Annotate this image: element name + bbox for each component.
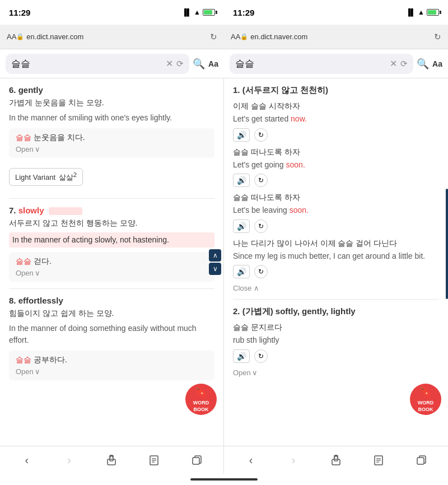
battery-icon-right <box>427 9 439 16</box>
reload-icon-right[interactable]: ↻ <box>434 32 441 42</box>
refresh-button-1-2[interactable]: ↻ <box>254 174 268 187</box>
right-panel: 1. (서두르지 않고 천천히) 이제 슬슬 시작하자 Let's get st… <box>224 78 448 446</box>
audio-button-2-1[interactable]: 🔊 <box>233 349 250 363</box>
wordbook-button-right[interactable]: 🔖 WORDBOOK <box>410 384 441 415</box>
search-bar-right: 슬슬 ✕ ⟳ 🔍 Aa <box>224 49 448 78</box>
search-button-right[interactable]: 🔍 <box>417 58 429 70</box>
svg-rect-13 <box>417 458 424 464</box>
light-variant-badge[interactable]: Light Variant 살살2 <box>9 168 83 186</box>
aa-search-right[interactable]: Aa <box>432 59 442 68</box>
audio-button-1-1[interactable]: 🔊 <box>233 128 250 142</box>
status-icons-left: ▐▌ ▲ <box>182 8 215 16</box>
sentence-1-4: 나는 다리가 많이 나아서 이제 슬슬 걸어 다닌다 Since my leg … <box>233 239 439 279</box>
meaning-2: 2. (가볍게) softly, gently, lightly 슬슬 문지르다… <box>233 306 439 377</box>
s1-1-audio: 🔊 ↻ <box>233 128 439 142</box>
status-icons-right: ▐▌ ▲ <box>406 8 439 16</box>
bookmarks-button-left[interactable] <box>142 448 166 473</box>
entry-8: 8. effortlessly 힘들이지 않고 쉽게 하는 모양. In the… <box>9 296 214 380</box>
scroll-arrows-left: ∧ ∨ <box>209 249 221 275</box>
light-variant-word: 살살2 <box>59 171 77 183</box>
refresh-button-2-1[interactable]: ↻ <box>254 349 268 363</box>
forward-button-right[interactable]: › <box>281 448 306 473</box>
refresh-button-1-3[interactable]: ↻ <box>254 220 268 233</box>
share-button-right[interactable] <box>324 448 348 473</box>
search-input-right[interactable]: 슬슬 ✕ ⟳ <box>230 54 413 74</box>
audio-button-1-2[interactable]: 🔊 <box>233 174 250 187</box>
link-icon-left[interactable]: ⟳ <box>176 59 184 69</box>
aa-search-left[interactable]: Aa <box>208 59 218 68</box>
divider-1-2-right <box>233 299 439 300</box>
wifi-icon: ▲ <box>194 8 200 16</box>
share-button-left[interactable] <box>99 448 124 473</box>
audio-button-1-4[interactable]: 🔊 <box>233 265 250 278</box>
s1-3-audio: 🔊 ↻ <box>233 220 439 233</box>
status-bar: 11:29 ▐▌ ▲ 11:29 ▐▌ ▲ <box>0 0 448 25</box>
search-input-left[interactable]: 슬슬 ✕ ⟳ <box>6 54 189 74</box>
back-button-right[interactable]: ‹ <box>239 448 263 473</box>
forward-button-left[interactable]: › <box>57 448 82 473</box>
link-icon-right[interactable]: ⟳ <box>400 59 408 69</box>
signal-icon: ▐▌ <box>182 8 192 16</box>
entry-7-open[interactable]: Open ∨ <box>16 269 208 277</box>
status-bar-left: 11:29 ▐▌ ▲ <box>0 0 224 25</box>
close-link-1[interactable]: Close ∧ <box>233 284 439 292</box>
right-content: 1. (서두르지 않고 천천히) 이제 슬슬 시작하자 Let's get st… <box>224 78 448 384</box>
refresh-button-1-1[interactable]: ↻ <box>254 128 268 142</box>
meaning-2-header: 2. (가볍게) softly, gently, lightly <box>233 306 439 317</box>
refresh-button-1-4[interactable]: ↻ <box>254 265 268 278</box>
search-query-left: 슬슬 <box>11 57 162 70</box>
time-left: 11:29 <box>9 8 30 17</box>
entry-7: 7. slowly 서두르지 않고 천천히 행동하는 모양. In the ma… <box>9 206 214 282</box>
divider-6-7 <box>9 198 214 199</box>
s1-4-korean: 나는 다리가 많이 나아서 이제 슬슬 걸어 다닌다 <box>233 239 439 249</box>
meaning-1: 1. (서두르지 않고 천천히) 이제 슬슬 시작하자 Let's get st… <box>233 85 439 292</box>
entry-8-number: 8. effortlessly <box>9 296 214 305</box>
bookmarks-button-right[interactable] <box>366 448 391 473</box>
sentence-1-2: 슬슬 떠나도록 하자 Let's get going soon. 🔊 ↻ <box>233 147 439 188</box>
s2-1-english: rub sth lightly <box>233 335 439 346</box>
audio-button-1-3[interactable]: 🔊 <box>233 220 250 233</box>
url-bar-right[interactable]: 🔒 en.dict.naver.com <box>240 32 307 41</box>
aa-button-right[interactable]: AA <box>231 32 240 41</box>
battery-icon-left <box>203 9 215 16</box>
svg-rect-1 <box>108 459 115 465</box>
entry-8-korean: 힘들이지 않고 쉽게 하는 모양. <box>9 307 214 319</box>
tabs-button-left[interactable] <box>184 448 209 473</box>
wifi-icon-r: ▲ <box>418 8 424 16</box>
wordbook-button-left[interactable]: 🔖 WORDBOOK <box>185 384 217 415</box>
clear-icon-left[interactable]: ✕ <box>166 58 173 69</box>
s1-4-english: Since my leg is much better, I can get a… <box>233 251 439 262</box>
tabs-button-right[interactable] <box>409 448 433 473</box>
scroll-down-left[interactable]: ∨ <box>209 263 221 275</box>
url-bar-left[interactable]: 🔒 en.dict.naver.com <box>16 32 83 41</box>
s1-2-korean: 슬슬 떠나도록 하자 <box>233 147 439 157</box>
browser-bar-left: AA 🔒 en.dict.naver.com ↻ <box>0 25 224 49</box>
back-button-left[interactable]: ‹ <box>15 448 39 473</box>
aa-button-left[interactable]: AA <box>7 32 16 41</box>
s2-1-audio: 🔊 ↻ <box>233 349 439 363</box>
right-scrollbar[interactable] <box>446 189 448 299</box>
light-variant-label: Light Variant <box>15 173 55 181</box>
entry-6-open[interactable]: Open ∨ <box>16 145 208 153</box>
entry-7-example: 슬슬 걷다. Open ∨ <box>9 252 214 282</box>
scroll-up-left[interactable]: ∧ <box>209 249 221 262</box>
lock-icon-right: 🔒 <box>240 33 248 40</box>
slowly-highlight-bar <box>49 207 82 215</box>
nav-right: ‹ › <box>224 446 448 474</box>
url-text-right: en.dict.naver.com <box>250 32 307 41</box>
s1-2-audio: 🔊 ↻ <box>233 174 439 187</box>
entry-8-open[interactable]: Open ∨ <box>16 367 208 376</box>
wordbook-icon-right: 🔖 <box>419 386 432 399</box>
clear-icon-right[interactable]: ✕ <box>390 58 397 69</box>
s1-1-english: Let's get started now. <box>233 114 439 125</box>
signal-icon-r: ▐▌ <box>406 8 416 16</box>
entry-6-korean: 가볍게 눈웃음을 치는 모양. <box>9 97 214 109</box>
search-button-left[interactable]: 🔍 <box>193 58 205 70</box>
s1-2-english: Let's get going soon. <box>233 160 439 171</box>
entry-8-example: 슬슬 공부하다. Open ∨ <box>9 351 214 380</box>
browser-bar: AA 🔒 en.dict.naver.com ↻ AA 🔒 en.dict.na… <box>0 25 448 49</box>
meaning-2-open[interactable]: Open ∨ <box>233 369 439 377</box>
reload-icon-left[interactable]: ↻ <box>210 32 217 42</box>
s1-3-korean: 슬슬 떠나도록 하자 <box>233 193 439 203</box>
entry-7-english: In the manner of acting slowly, not hast… <box>9 232 214 248</box>
